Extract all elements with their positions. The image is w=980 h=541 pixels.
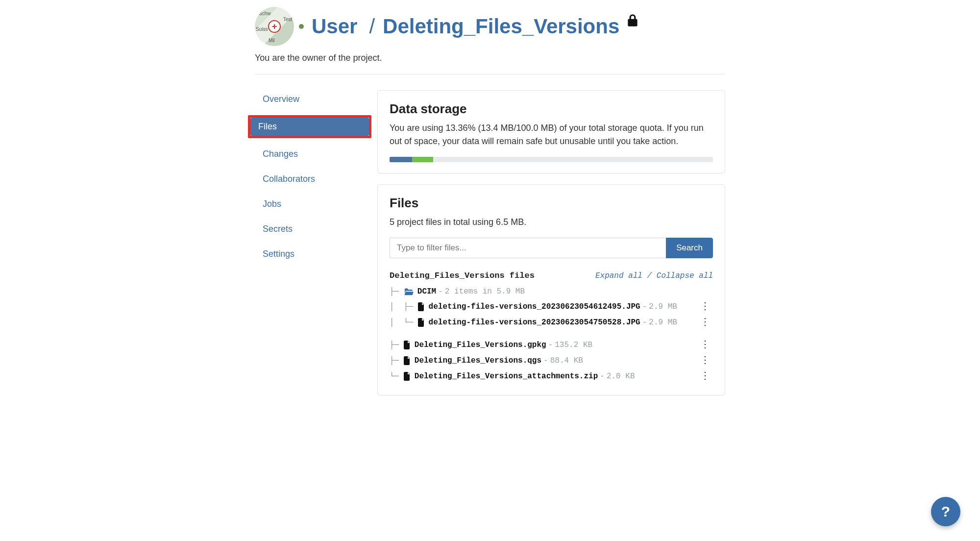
sidebar-item-settings[interactable]: Settings	[255, 245, 368, 263]
file-size: 135.2 KB	[555, 341, 592, 349]
sidebar-item-secrets[interactable]: Secrets	[255, 220, 368, 238]
file-name[interactable]: deleting-files-versions_2023062305461249…	[429, 302, 640, 311]
file-size: 2.0 KB	[607, 372, 635, 381]
sidebar-item-jobs[interactable]: Jobs	[255, 195, 368, 213]
sidebar-item-changes[interactable]: Changes	[255, 145, 368, 163]
expand-all-link[interactable]: Expand all	[595, 271, 642, 280]
progress-segment-1	[390, 157, 412, 162]
tree-file-row: ├─ Deleting_Files_Versions.gpkg - 135.2 …	[390, 337, 713, 353]
file-size: 2.9 MB	[649, 302, 677, 311]
tree-file-row: ├─ Deleting_Files_Versions.qgs - 88.4 KB…	[390, 353, 713, 369]
file-icon	[418, 318, 425, 327]
kebab-icon[interactable]: ⋮	[697, 371, 713, 381]
breadcrumb-separator: /	[369, 15, 375, 38]
avatar: Schw Test Suiss Mil	[255, 7, 294, 46]
files-card: Files 5 project files in total using 6.5…	[377, 184, 725, 395]
progress-segment-2	[412, 157, 433, 162]
kebab-icon[interactable]: ⋮	[697, 356, 713, 366]
storage-text: You are using 13.36% (13.4 MB/100.0 MB) …	[390, 122, 713, 148]
search-button[interactable]: Search	[666, 238, 713, 258]
tree-file-row: └─ Deleting_Files_Versions_attachments.z…	[390, 369, 713, 384]
folder-meta: 2 items in 5.9 MB	[445, 287, 525, 296]
kebab-icon[interactable]: ⋮	[697, 302, 713, 312]
filter-input[interactable]	[390, 238, 666, 258]
file-name[interactable]: Deleting_Files_Versions_attachments.zip	[415, 372, 598, 381]
owner-message: You are the owner of the project.	[255, 53, 725, 74]
file-icon	[404, 341, 411, 349]
file-icon	[404, 356, 411, 365]
file-icon	[418, 302, 425, 311]
kebab-icon[interactable]: ⋮	[697, 318, 713, 327]
file-size: 88.4 KB	[550, 356, 583, 365]
project-link[interactable]: Deleting_Files_Versions	[383, 15, 619, 38]
tree-file-row: │ └─ deleting-files-versions_20230623054…	[390, 315, 713, 330]
project-header: Schw Test Suiss Mil User / Deleting_File…	[255, 0, 725, 46]
kebab-icon[interactable]: ⋮	[697, 340, 713, 350]
files-title: Files	[390, 196, 713, 211]
sidebar: Overview Files Changes Collaborators Job…	[255, 90, 368, 406]
storage-title: Data storage	[390, 101, 713, 117]
files-summary: 5 project files in total using 6.5 MB.	[390, 216, 713, 229]
status-dot-icon	[299, 24, 304, 29]
tree-folder-row[interactable]: ├─ DCIM - 2 items in 5.9 MB	[390, 284, 713, 299]
storage-card: Data storage You are using 13.36% (13.4 …	[377, 90, 725, 173]
file-icon	[404, 372, 411, 381]
tree-actions: Expand all / Collapse all	[595, 271, 713, 280]
storage-progress	[390, 157, 713, 162]
file-tree: ├─ DCIM - 2 items in 5.9 MB │ ├─	[390, 284, 713, 384]
file-name[interactable]: Deleting_Files_Versions.gpkg	[415, 341, 546, 349]
user-link[interactable]: User	[312, 15, 357, 38]
folder-name: DCIM	[417, 287, 436, 296]
sidebar-highlight: Files	[248, 115, 371, 138]
file-size: 2.9 MB	[649, 318, 677, 327]
file-name[interactable]: Deleting_Files_Versions.qgs	[415, 356, 541, 365]
sidebar-item-collaborators[interactable]: Collaborators	[255, 170, 368, 188]
tree-file-row: │ ├─ deleting-files-versions_20230623054…	[390, 299, 713, 315]
sidebar-item-files[interactable]: Files	[250, 118, 369, 136]
folder-open-icon	[404, 288, 414, 295]
collapse-all-link[interactable]: Collapse all	[657, 271, 713, 280]
file-name[interactable]: deleting-files-versions_2023062305475052…	[429, 318, 640, 327]
lock-icon	[626, 13, 639, 28]
tree-title: Deleting_Files_Versions files	[390, 271, 535, 280]
sidebar-item-overview[interactable]: Overview	[255, 90, 368, 108]
